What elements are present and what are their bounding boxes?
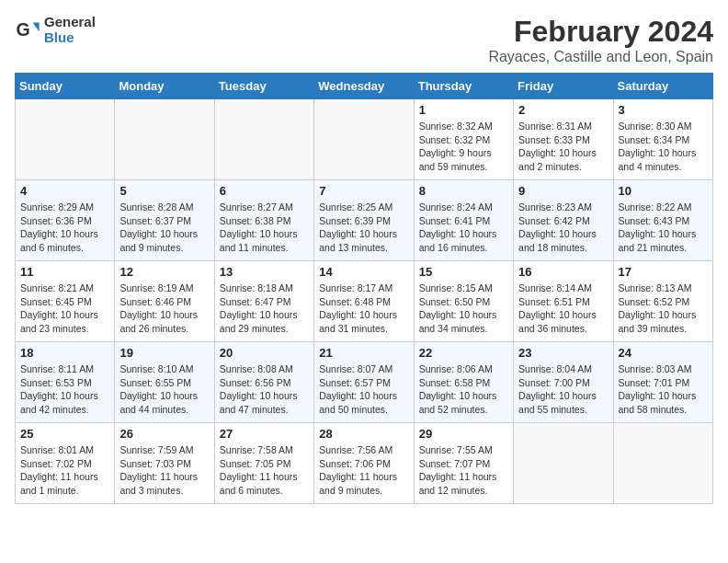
calendar-cell: 14Sunrise: 8:17 AMSunset: 6:48 PMDayligh… (314, 261, 414, 342)
weekday-header: Sunday (16, 74, 115, 99)
day-info: Sunrise: 7:59 AMSunset: 7:03 PMDaylight:… (119, 443, 209, 498)
calendar-cell (514, 423, 613, 504)
calendar-week-row: 1Sunrise: 8:32 AMSunset: 6:32 PMDaylight… (16, 99, 713, 180)
day-number: 20 (220, 346, 309, 360)
weekday-header: Thursday (414, 74, 513, 99)
calendar-cell: 9Sunrise: 8:23 AMSunset: 6:42 PMDaylight… (514, 180, 613, 261)
day-number: 12 (119, 265, 209, 279)
day-info: Sunrise: 8:01 AMSunset: 7:02 PMDaylight:… (20, 443, 109, 498)
calendar-cell (214, 99, 313, 180)
day-number: 15 (419, 265, 508, 279)
calendar-cell (16, 99, 115, 180)
day-info: Sunrise: 8:24 AMSunset: 6:41 PMDaylight:… (419, 201, 508, 255)
svg-marker-1 (33, 22, 40, 31)
day-info: Sunrise: 8:22 AMSunset: 6:43 PMDaylight:… (619, 201, 708, 255)
calendar-cell: 25Sunrise: 8:01 AMSunset: 7:02 PMDayligh… (16, 423, 115, 504)
calendar-table: SundayMondayTuesdayWednesdayThursdayFrid… (15, 73, 713, 504)
calendar-cell: 7Sunrise: 8:25 AMSunset: 6:39 PMDaylight… (314, 180, 414, 261)
calendar-week-row: 18Sunrise: 8:11 AMSunset: 6:53 PMDayligh… (16, 342, 713, 423)
calendar-cell: 24Sunrise: 8:03 AMSunset: 7:01 PMDayligh… (613, 342, 712, 423)
day-info: Sunrise: 8:30 AMSunset: 6:34 PMDaylight:… (619, 120, 708, 174)
day-info: Sunrise: 8:06 AMSunset: 6:58 PMDaylight:… (419, 362, 508, 417)
day-info: Sunrise: 8:03 AMSunset: 7:01 PMDaylight:… (619, 362, 708, 417)
day-info: Sunrise: 8:14 AMSunset: 6:51 PMDaylight:… (518, 282, 608, 336)
title-block: February 2024 Rayaces, Castille and Leon… (488, 15, 713, 65)
calendar-cell: 16Sunrise: 8:14 AMSunset: 6:51 PMDayligh… (514, 261, 613, 342)
calendar-week-row: 25Sunrise: 8:01 AMSunset: 7:02 PMDayligh… (16, 423, 713, 504)
calendar-cell (115, 99, 214, 180)
calendar-cell: 4Sunrise: 8:29 AMSunset: 6:36 PMDaylight… (16, 180, 115, 261)
calendar-cell: 23Sunrise: 8:04 AMSunset: 7:00 PMDayligh… (514, 342, 613, 423)
main-title: February 2024 (488, 15, 713, 49)
day-number: 29 (419, 427, 508, 441)
day-number: 21 (319, 346, 408, 360)
day-info: Sunrise: 8:07 AMSunset: 6:57 PMDaylight:… (319, 362, 408, 417)
day-number: 8 (419, 184, 508, 198)
weekday-header: Tuesday (214, 74, 313, 99)
page-header: G General Blue February 2024 Rayaces, Ca… (15, 15, 713, 65)
day-info: Sunrise: 7:55 AMSunset: 7:07 PMDaylight:… (419, 443, 508, 498)
day-info: Sunrise: 8:15 AMSunset: 6:50 PMDaylight:… (419, 282, 508, 336)
day-info: Sunrise: 8:27 AMSunset: 6:38 PMDaylight:… (220, 201, 309, 255)
calendar-cell: 29Sunrise: 7:55 AMSunset: 7:07 PMDayligh… (414, 423, 513, 504)
calendar-cell: 1Sunrise: 8:32 AMSunset: 6:32 PMDaylight… (414, 99, 513, 180)
day-info: Sunrise: 8:21 AMSunset: 6:45 PMDaylight:… (20, 282, 109, 336)
calendar-cell: 28Sunrise: 7:56 AMSunset: 7:06 PMDayligh… (314, 423, 414, 504)
day-number: 18 (20, 346, 109, 360)
day-number: 11 (20, 265, 109, 279)
calendar-cell: 8Sunrise: 8:24 AMSunset: 6:41 PMDaylight… (414, 180, 513, 261)
weekday-header: Saturday (613, 74, 712, 99)
day-number: 27 (220, 427, 309, 441)
weekday-header: Wednesday (314, 74, 414, 99)
day-info: Sunrise: 8:23 AMSunset: 6:42 PMDaylight:… (518, 201, 608, 255)
subtitle: Rayaces, Castille and Leon, Spain (488, 49, 713, 65)
day-info: Sunrise: 8:17 AMSunset: 6:48 PMDaylight:… (319, 282, 408, 336)
calendar-cell: 26Sunrise: 7:59 AMSunset: 7:03 PMDayligh… (115, 423, 214, 504)
weekday-header: Monday (115, 74, 214, 99)
day-number: 5 (119, 184, 209, 198)
day-number: 19 (119, 346, 209, 360)
calendar-cell: 17Sunrise: 8:13 AMSunset: 6:52 PMDayligh… (613, 261, 712, 342)
day-info: Sunrise: 8:32 AMSunset: 6:32 PMDaylight:… (419, 120, 508, 174)
day-number: 22 (419, 346, 508, 360)
calendar-cell: 22Sunrise: 8:06 AMSunset: 6:58 PMDayligh… (414, 342, 513, 423)
weekday-header-row: SundayMondayTuesdayWednesdayThursdayFrid… (16, 74, 713, 99)
day-info: Sunrise: 8:28 AMSunset: 6:37 PMDaylight:… (119, 201, 209, 255)
calendar-cell: 6Sunrise: 8:27 AMSunset: 6:38 PMDaylight… (214, 180, 313, 261)
weekday-header: Friday (514, 74, 613, 99)
calendar-cell: 5Sunrise: 8:28 AMSunset: 6:37 PMDaylight… (115, 180, 214, 261)
day-number: 1 (419, 103, 508, 117)
day-number: 7 (319, 184, 408, 198)
day-number: 23 (518, 346, 608, 360)
calendar-cell: 12Sunrise: 8:19 AMSunset: 6:46 PMDayligh… (115, 261, 214, 342)
day-info: Sunrise: 8:04 AMSunset: 7:00 PMDaylight:… (518, 362, 608, 417)
day-number: 28 (319, 427, 408, 441)
day-number: 3 (619, 103, 708, 117)
day-info: Sunrise: 8:11 AMSunset: 6:53 PMDaylight:… (20, 362, 109, 417)
day-info: Sunrise: 8:29 AMSunset: 6:36 PMDaylight:… (20, 201, 109, 255)
logo: G General Blue (15, 15, 96, 45)
day-info: Sunrise: 7:56 AMSunset: 7:06 PMDaylight:… (319, 443, 408, 498)
calendar-cell: 27Sunrise: 7:58 AMSunset: 7:05 PMDayligh… (214, 423, 313, 504)
day-number: 6 (220, 184, 309, 198)
calendar-cell: 10Sunrise: 8:22 AMSunset: 6:43 PMDayligh… (613, 180, 712, 261)
day-number: 25 (20, 427, 109, 441)
logo-text: General Blue (44, 15, 96, 45)
day-number: 2 (518, 103, 608, 117)
calendar-cell: 19Sunrise: 8:10 AMSunset: 6:55 PMDayligh… (115, 342, 214, 423)
calendar-cell: 18Sunrise: 8:11 AMSunset: 6:53 PMDayligh… (16, 342, 115, 423)
day-info: Sunrise: 8:31 AMSunset: 6:33 PMDaylight:… (518, 120, 608, 174)
calendar-cell: 15Sunrise: 8:15 AMSunset: 6:50 PMDayligh… (414, 261, 513, 342)
day-info: Sunrise: 8:25 AMSunset: 6:39 PMDaylight:… (319, 201, 408, 255)
logo-icon: G (15, 17, 40, 43)
day-number: 16 (518, 265, 608, 279)
day-number: 9 (518, 184, 608, 198)
day-number: 14 (319, 265, 408, 279)
day-number: 4 (20, 184, 109, 198)
calendar-cell (613, 423, 712, 504)
calendar-cell (314, 99, 414, 180)
day-number: 10 (619, 184, 708, 198)
day-number: 13 (220, 265, 309, 279)
logo-line1: General (44, 15, 96, 30)
day-info: Sunrise: 8:13 AMSunset: 6:52 PMDaylight:… (619, 282, 708, 336)
